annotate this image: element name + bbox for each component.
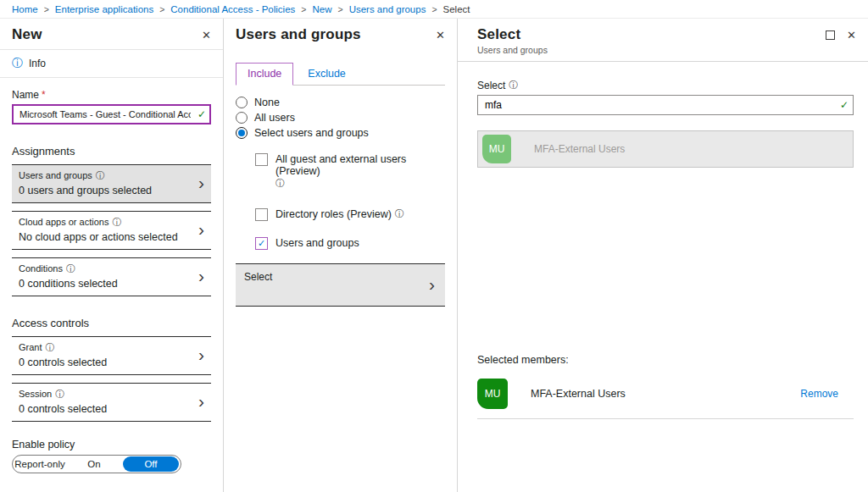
radio-select-users-and-groups[interactable]: Select users and groups bbox=[236, 127, 445, 139]
nav-item-status: 0 users and groups selected bbox=[19, 185, 191, 196]
group-avatar: MU bbox=[477, 379, 508, 409]
breadcrumb-separator-icon: > bbox=[337, 4, 342, 14]
select-box-label: Select bbox=[244, 271, 437, 283]
name-field-label: Name* bbox=[12, 89, 211, 101]
checkbox-label: Directory roles (Preview) bbox=[275, 208, 392, 220]
tab-include[interactable]: Include bbox=[236, 63, 293, 86]
select-label-text: Select bbox=[477, 80, 505, 91]
nav-item-status: 0 conditions selected bbox=[19, 278, 191, 290]
select-blade: Select Users and groups ✕ Select ⓘ ✓ MU … bbox=[458, 19, 868, 492]
policy-name-input[interactable] bbox=[12, 104, 211, 124]
new-blade-title: New bbox=[12, 26, 42, 43]
maximize-icon[interactable] bbox=[826, 30, 835, 40]
chevron-right-icon: › bbox=[198, 266, 204, 286]
nav-item-cloud-apps[interactable]: Cloud apps or actionsⓘ No cloud apps or … bbox=[12, 211, 211, 250]
checkbox-users-and-groups[interactable]: ✓ Users and groups bbox=[255, 237, 445, 250]
checkbox-label: All guest and external users (Preview) bbox=[275, 153, 445, 177]
nav-item-users-and-groups[interactable]: Users and groupsⓘ 0 users and groups sel… bbox=[12, 164, 211, 203]
close-icon[interactable]: ✕ bbox=[436, 30, 445, 41]
radio-label: None bbox=[254, 97, 280, 108]
checkbox-checked-icon: ✓ bbox=[255, 237, 268, 250]
nav-item-label: Grant bbox=[19, 342, 42, 352]
info-icon[interactable]: ⓘ bbox=[66, 263, 75, 274]
users-groups-blade-title: Users and groups bbox=[236, 26, 361, 43]
nav-item-label: Users and groups bbox=[19, 170, 92, 180]
radio-icon bbox=[236, 112, 248, 124]
select-field-label: Select ⓘ bbox=[477, 80, 854, 91]
valid-check-icon: ✓ bbox=[840, 99, 849, 111]
radio-icon bbox=[236, 97, 248, 108]
chevron-right-icon: › bbox=[198, 391, 204, 412]
radio-all-users[interactable]: All users bbox=[236, 112, 445, 124]
include-exclude-tabs: Include Exclude bbox=[236, 63, 445, 86]
info-label: Info bbox=[29, 58, 46, 69]
member-name: MFA-External Users bbox=[531, 388, 626, 400]
toggle-option-report-only[interactable]: Report-only bbox=[13, 459, 67, 469]
toggle-option-on[interactable]: On bbox=[67, 459, 121, 469]
checkbox-icon bbox=[255, 153, 268, 166]
select-target-button[interactable]: Select › bbox=[236, 263, 445, 307]
suggestion-name: MFA-External Users bbox=[534, 143, 625, 155]
chevron-right-icon: › bbox=[198, 345, 204, 365]
enable-policy-label: Enable policy bbox=[12, 439, 211, 451]
nav-item-grant[interactable]: Grantⓘ 0 controls selected › bbox=[12, 336, 211, 375]
checkbox-icon bbox=[255, 208, 268, 221]
info-banner[interactable]: ⓘ Info bbox=[0, 49, 223, 78]
info-icon[interactable]: ⓘ bbox=[112, 217, 121, 227]
info-icon[interactable]: ⓘ bbox=[275, 178, 285, 188]
enable-policy-toggle: Report-only On Off bbox=[12, 455, 181, 473]
radio-none[interactable]: None bbox=[236, 97, 445, 108]
selected-member-row: MU MFA-External Users Remove bbox=[477, 379, 854, 409]
breadcrumb-enterprise-applications[interactable]: Enterprise applications bbox=[55, 4, 153, 14]
nav-item-label: Session bbox=[19, 389, 52, 399]
tab-exclude[interactable]: Exclude bbox=[293, 64, 359, 85]
search-input[interactable] bbox=[477, 95, 854, 115]
info-icon[interactable]: ⓘ bbox=[395, 208, 404, 220]
breadcrumb-separator-icon: > bbox=[301, 4, 306, 14]
nav-item-label: Cloud apps or actions bbox=[19, 217, 108, 227]
remove-member-link[interactable]: Remove bbox=[800, 388, 838, 400]
new-policy-blade: New ✕ ⓘ Info Name* ✓ Assignments Users a… bbox=[0, 19, 224, 492]
check-glyph: ✓ bbox=[258, 238, 265, 248]
breadcrumb-conditional-access-policies[interactable]: Conditional Access - Policies bbox=[170, 4, 295, 14]
nav-item-session[interactable]: Sessionⓘ 0 controls selected › bbox=[12, 383, 211, 422]
info-icon[interactable]: ⓘ bbox=[96, 170, 105, 180]
chevron-right-icon: › bbox=[198, 173, 204, 193]
name-label-text: Name bbox=[12, 89, 39, 101]
breadcrumb-separator-icon: > bbox=[44, 4, 49, 14]
close-icon[interactable]: ✕ bbox=[847, 30, 856, 41]
breadcrumb-home[interactable]: Home bbox=[12, 4, 38, 14]
breadcrumb: Home > Enterprise applications > Conditi… bbox=[0, 0, 868, 19]
info-icon[interactable]: ⓘ bbox=[46, 342, 55, 352]
valid-check-icon: ✓ bbox=[198, 108, 206, 120]
select-blade-title: Select bbox=[477, 26, 548, 43]
radio-label: Select users and groups bbox=[254, 127, 369, 139]
breadcrumb-select: Select bbox=[443, 4, 470, 14]
nav-item-label: Conditions bbox=[19, 263, 63, 274]
required-asterisk: * bbox=[42, 89, 46, 101]
access-controls-heading: Access controls bbox=[12, 317, 211, 329]
group-avatar: MU bbox=[482, 135, 511, 163]
nav-item-status: 0 controls selected bbox=[19, 403, 191, 415]
info-icon: ⓘ bbox=[12, 56, 23, 71]
info-icon[interactable]: ⓘ bbox=[509, 80, 518, 91]
breadcrumb-separator-icon: > bbox=[159, 4, 164, 14]
info-icon[interactable]: ⓘ bbox=[55, 389, 64, 399]
breadcrumb-users-and-groups[interactable]: Users and groups bbox=[349, 4, 426, 14]
close-icon[interactable]: ✕ bbox=[202, 30, 211, 41]
radio-label: All users bbox=[254, 112, 295, 124]
breadcrumb-new[interactable]: New bbox=[312, 4, 331, 14]
nav-item-conditions[interactable]: Conditionsⓘ 0 conditions selected › bbox=[12, 257, 211, 296]
assignments-heading: Assignments bbox=[12, 145, 211, 158]
toggle-option-off[interactable]: Off bbox=[123, 456, 179, 472]
select-blade-subtitle: Users and groups bbox=[477, 45, 548, 55]
checkbox-directory-roles[interactable]: Directory roles (Preview) ⓘ bbox=[255, 208, 445, 221]
checkbox-all-guest-external-users[interactable]: All guest and external users (Preview) bbox=[255, 153, 445, 177]
divider bbox=[458, 61, 868, 62]
breadcrumb-separator-icon: > bbox=[431, 4, 437, 14]
radio-checked-icon bbox=[236, 127, 248, 139]
checkbox-label: Users and groups bbox=[275, 237, 359, 249]
chevron-right-icon: › bbox=[198, 219, 204, 240]
selected-members-label: Selected members: bbox=[477, 354, 854, 366]
nav-item-status: No cloud apps or actions selected bbox=[19, 231, 191, 243]
